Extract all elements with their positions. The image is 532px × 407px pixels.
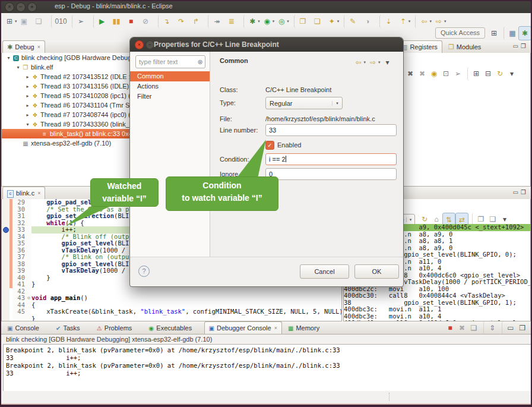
search-button[interactable]: ✦ ▾ [326,15,341,28]
console-tab[interactable]: Console × [2,321,50,334]
last-edit-location-button[interactable]: ⇣ ▾ [379,15,397,28]
maximize-button[interactable]: ❒ [517,321,528,335]
fold-icon[interactable] [26,220,31,227]
breakpoint-margin[interactable] [2,206,10,213]
console-tab[interactable]: Problems × [92,321,143,334]
back-button[interactable]: ⇦ ▾ [415,15,433,28]
fold-icon[interactable] [26,226,31,234]
fold-icon[interactable] [26,281,31,288]
disconnect-button[interactable]: ⊘ ▾ [140,15,154,28]
quick-access-button[interactable]: Quick Access [435,27,485,39]
filter-input[interactable]: type filter text ⊗ [135,55,205,68]
clear-console-button[interactable]: ❏ [468,321,480,335]
tab-debug[interactable]: Debug × [2,40,45,53]
step-over-button[interactable]: ↷ ▾ [175,15,190,28]
remove-all-button[interactable]: ✖ [416,67,428,80]
type-select[interactable]: Regular ▾ [265,97,343,109]
terminate-button[interactable]: ■ [444,321,456,335]
line-number-field[interactable]: 33 [265,124,397,136]
console-output[interactable]: Breakpoint 2, blink_task (pvParameter=0x… [3,344,531,392]
annotation-button[interactable]: ◑ ▾ [362,15,376,28]
forward-button[interactable]: ⇨ ▾ [433,15,448,28]
fold-icon[interactable] [26,267,31,275]
dialog-minimize-button[interactable]: − [145,40,154,49]
dialog-nav-item[interactable]: Actions [130,81,210,92]
view-menu-button[interactable]: ▾ ▾ [381,56,396,69]
tree-expander-icon[interactable]: ▾ [15,65,21,70]
console-tab[interactable]: Debugger Console × [204,321,282,334]
close-icon[interactable]: × [37,190,40,196]
breakpoint-margin[interactable] [2,295,10,302]
fold-icon[interactable] [26,213,31,220]
fold-icon[interactable] [26,240,31,247]
tree-expander-icon[interactable]: ▸ [24,103,31,108]
open-perspective-button[interactable]: ⊞ [488,27,500,40]
fold-icon[interactable] [26,302,31,309]
tree-expander-icon[interactable]: ▾ [5,55,12,61]
tree-expander-icon[interactable]: ▸ [24,93,31,99]
instruction-stepping-button[interactable]: ↠ ▾ [208,15,226,28]
breakpoint-margin[interactable] [2,288,10,295]
back-button[interactable]: ⇦ ▾ [352,56,367,69]
dialog-nav-item[interactable]: Filter [130,92,210,102]
collapse-all-button[interactable]: ⊟ [482,67,494,80]
close-icon[interactable]: × [37,44,40,50]
step-return-button[interactable]: ↱ ▾ [190,15,205,28]
cancel-button[interactable]: Cancel [300,264,349,279]
registers-tab[interactable]: Modules [444,40,486,53]
refresh-button[interactable]: ↻ [494,67,506,80]
fold-icon[interactable] [26,247,31,254]
resume-button[interactable]: ▶ ▾ [93,15,111,28]
breakpoint-margin[interactable] [2,240,10,247]
view-menu-button[interactable]: ▾ [506,67,518,80]
breakpoint-margin[interactable] [2,261,10,268]
close-icon[interactable]: × [274,325,277,331]
dialog-nav-item[interactable]: Common [130,71,210,81]
scroll-lock-button[interactable]: ⇕ [483,321,498,335]
console-tab[interactable]: Memory × [283,321,330,334]
tab-blink-c[interactable]: blink.c × [2,187,45,199]
tree-expander-icon[interactable]: ▸ [24,84,31,89]
minimize-button[interactable]: ▭ [502,321,517,335]
go-to-line-button[interactable]: ⇡ ▾ [397,15,412,28]
tree-expander-icon[interactable]: ▸ [24,112,31,118]
step-into-button[interactable]: ↴ ▾ [158,15,176,28]
remove-selected-button[interactable]: ✖ [404,67,416,80]
fold-icon[interactable] [26,206,31,213]
breakpoint-margin[interactable] [2,275,10,282]
binary-button[interactable]: 010 ▾ [51,15,69,28]
ignore-count-field[interactable]: 0 [265,168,397,180]
tree-expander-icon[interactable]: ▾ [24,122,31,127]
ok-button[interactable]: OK [354,264,399,279]
run-button[interactable]: ◉ ▾ [261,15,276,28]
breakpoint-margin[interactable] [2,234,10,241]
terminate-button[interactable]: ■ ▾ [125,15,140,28]
remove-launch-button[interactable]: ✖ [456,321,468,335]
console-tab[interactable]: Executables × [144,321,203,334]
window-minimize-button[interactable]: − [16,2,26,12]
save-all-button[interactable]: ❏ ▾ [33,15,48,28]
breakpoint-margin[interactable] [2,315,10,322]
open-element-button[interactable]: ❏ ▾ [311,15,326,28]
breakpoint-margin[interactable] [2,302,10,309]
expand-all-button[interactable]: ⊞ [467,67,482,80]
external-tools-button[interactable]: ◎ ▾ [276,15,290,28]
fold-icon[interactable]: ⊖ [26,295,31,302]
fold-icon[interactable] [26,234,31,241]
condition-field[interactable]: i == 2 [265,153,397,165]
minimize-maximize-icons[interactable]: ▭❒ [513,189,528,195]
window-close-button[interactable]: × [5,2,14,12]
pointer-button[interactable]: ➢ [452,67,464,80]
breakpoint-margin[interactable] [2,281,10,288]
breakpoint-margin[interactable] [2,308,10,315]
breakpoint-margin[interactable] [2,254,10,261]
breakpoint-icon[interactable] [3,227,9,233]
fold-icon[interactable] [26,275,31,282]
mark-occurrences-button[interactable]: ✎ ▾ [344,15,362,28]
fold-icon[interactable] [26,261,31,268]
fold-icon[interactable] [26,199,31,206]
window-maximize-button[interactable]: + [27,2,37,12]
console-tab[interactable]: Tasks × [51,321,91,334]
breakpoint-margin[interactable] [2,213,10,220]
breakpoint-margin[interactable] [2,226,10,234]
